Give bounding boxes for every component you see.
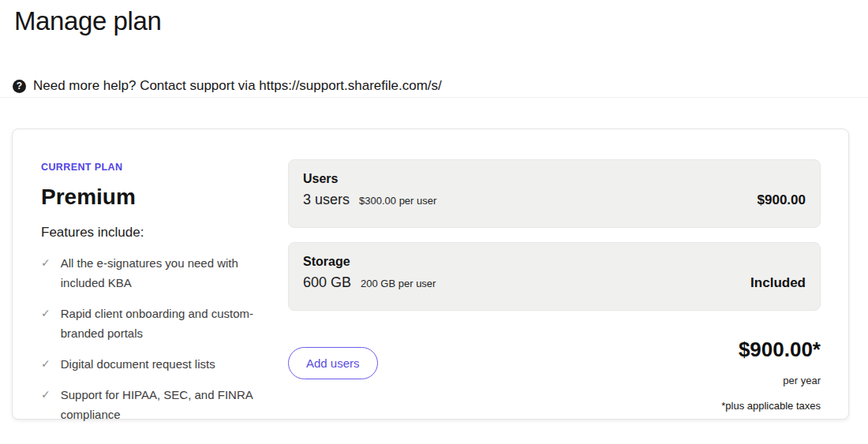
plan-details-column: CURRENT PLAN Premium Features include: ✓… [41,159,264,419]
header-divider [0,97,868,98]
features-heading: Features include: [41,225,264,241]
help-banner: ? Need more help? Contact support via ht… [13,78,442,94]
line-item-rate: 200 GB per user [361,278,436,289]
feature-text: All the e-signatures you need with inclu… [61,253,264,293]
plan-card: CURRENT PLAN Premium Features include: ✓… [12,129,849,420]
line-item-storage: Storage 600 GB 200 GB per user Included [288,242,821,311]
check-icon: ✓ [41,385,51,405]
help-text: Need more help? Contact support via http… [33,78,442,94]
line-item-title: Users [303,172,806,186]
plan-actions-row: Add users $900.00* per year *plus applic… [288,338,821,412]
line-item-amount: $900.00 [758,192,806,208]
billing-period: per year [721,375,821,386]
feature-item: ✓ All the e-signatures you need with inc… [41,253,264,293]
page-title: Manage plan [14,6,161,36]
feature-item: ✓ Rapid client onboarding and custom-bra… [41,304,264,343]
line-item-title: Storage [303,255,806,269]
feature-item: ✓ Digital document request lists [41,354,264,374]
line-item-rate: $300.00 per user [359,195,436,207]
feature-text: Digital document request lists [61,354,215,374]
check-icon: ✓ [41,304,51,323]
line-item-users: Users 3 users $300.00 per user $900.00 [288,159,821,228]
line-item-row: 3 users $300.00 per user $900.00 [303,192,806,208]
question-circle-icon: ? [13,80,26,93]
feature-text: Rapid client onboarding and custom-brand… [61,304,264,343]
feature-text: Support for HIPAA, SEC, and FINRA compli… [61,385,264,424]
current-plan-badge: CURRENT PLAN [41,162,264,173]
tax-note: *plus applicable taxes [721,400,821,412]
check-icon: ✓ [41,354,51,374]
plan-name: Premium [41,185,264,210]
total-price: $900.00* [721,338,821,362]
add-users-button[interactable]: Add users [288,347,378,379]
features-list: ✓ All the e-signatures you need with inc… [41,253,264,424]
billing-column: Users 3 users $300.00 per user $900.00 S… [288,159,821,419]
line-item-quantity: 600 GB [303,274,351,291]
feature-item: ✓ Support for HIPAA, SEC, and FINRA comp… [41,385,264,424]
line-item-row: 600 GB 200 GB per user Included [303,274,806,291]
line-item-quantity: 3 users [303,192,350,208]
line-item-amount: Included [750,275,806,291]
price-summary: $900.00* per year *plus applicable taxes [721,338,821,412]
check-icon: ✓ [41,253,51,273]
